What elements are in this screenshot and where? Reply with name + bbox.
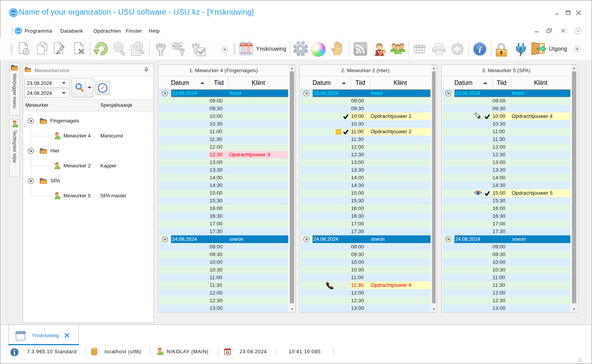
svg-text:i: i xyxy=(479,45,481,55)
svg-text:usu: usu xyxy=(16,30,21,32)
svg-text:31: 31 xyxy=(226,350,230,354)
svg-text:usu: usu xyxy=(11,11,16,15)
